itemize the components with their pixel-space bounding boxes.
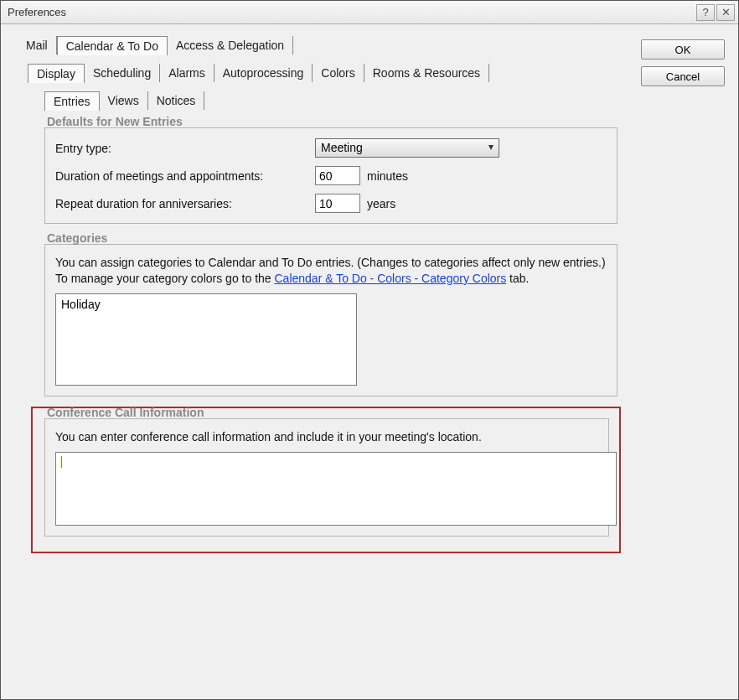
tab-colors[interactable]: Colors bbox=[313, 64, 364, 82]
tab-access-delegation[interactable]: Access & Delegation bbox=[168, 36, 293, 54]
conference-textbox[interactable] bbox=[55, 452, 617, 526]
tab-rooms-resources[interactable]: Rooms & Resources bbox=[364, 64, 489, 82]
entry-type-value: Meeting bbox=[321, 141, 363, 154]
conference-group: Conference Call Information You can ente… bbox=[44, 418, 609, 537]
mid-tabs: Display Scheduling Alarms Autoprocessing… bbox=[28, 64, 726, 83]
entry-type-select[interactable]: Meeting bbox=[315, 138, 499, 158]
tab-autoprocessing[interactable]: Autoprocessing bbox=[214, 64, 313, 82]
help-icon: ? bbox=[702, 6, 708, 18]
titlebar-buttons: ? ✕ bbox=[696, 4, 735, 21]
categories-heading: Categories bbox=[45, 231, 109, 245]
entry-type-row: Entry type: Meeting bbox=[55, 138, 607, 158]
titlebar: Preferences ? ✕ bbox=[1, 1, 738, 24]
cancel-button[interactable]: Cancel bbox=[641, 66, 725, 86]
conference-description: You can enter conference call informatio… bbox=[55, 429, 598, 445]
ok-button[interactable]: OK bbox=[641, 39, 725, 60]
repeat-unit: years bbox=[367, 197, 395, 210]
content-area: OK Cancel Mail Calendar & To Do Access &… bbox=[1, 24, 738, 699]
defaults-heading: Defaults for New Entries bbox=[45, 115, 184, 128]
close-icon: ✕ bbox=[721, 6, 731, 18]
top-tabs: Mail Calendar & To Do Access & Delegatio… bbox=[18, 36, 726, 55]
tab-notices[interactable]: Notices bbox=[148, 91, 205, 110]
tab-alarms[interactable]: Alarms bbox=[160, 64, 214, 82]
tab-calendar-todo[interactable]: Calendar & To Do bbox=[57, 36, 168, 55]
categories-description: You can assign categories to Calendar an… bbox=[55, 255, 607, 287]
categories-textbox[interactable]: Holiday bbox=[55, 293, 357, 386]
close-button[interactable]: ✕ bbox=[716, 4, 735, 21]
preferences-window: Preferences ? ✕ OK Cancel Mail Calendar … bbox=[0, 0, 739, 700]
text-caret bbox=[61, 456, 62, 468]
duration-input[interactable] bbox=[315, 166, 360, 185]
categories-desc-post: tab. bbox=[506, 272, 529, 285]
sub-tabs: Entries Views Notices bbox=[44, 91, 726, 111]
tab-display[interactable]: Display bbox=[28, 64, 85, 83]
help-button[interactable]: ? bbox=[696, 4, 715, 21]
repeat-input[interactable] bbox=[315, 194, 360, 213]
conference-heading: Conference Call Information bbox=[45, 406, 205, 419]
duration-label: Duration of meetings and appointments: bbox=[55, 169, 315, 183]
repeat-row: Repeat duration for anniversaries: years bbox=[55, 194, 607, 213]
tab-scheduling[interactable]: Scheduling bbox=[85, 64, 160, 82]
tab-mail[interactable]: Mail bbox=[18, 36, 57, 54]
category-colors-link[interactable]: Calendar & To Do - Colors - Category Col… bbox=[274, 272, 506, 285]
dialog-buttons: OK Cancel bbox=[641, 39, 725, 86]
categories-group: Categories You can assign categories to … bbox=[44, 244, 618, 397]
tab-views[interactable]: Views bbox=[100, 91, 148, 110]
categories-value: Holiday bbox=[61, 298, 101, 311]
repeat-label: Repeat duration for anniversaries: bbox=[55, 197, 315, 210]
conference-highlight: Conference Call Information You can ente… bbox=[31, 407, 621, 553]
window-title: Preferences bbox=[8, 6, 66, 18]
tab-entries[interactable]: Entries bbox=[44, 91, 100, 111]
defaults-group: Defaults for New Entries Entry type: Mee… bbox=[44, 127, 618, 224]
duration-row: Duration of meetings and appointments: m… bbox=[55, 166, 607, 185]
entry-type-label: Entry type: bbox=[55, 142, 315, 155]
duration-unit: minutes bbox=[367, 169, 408, 183]
